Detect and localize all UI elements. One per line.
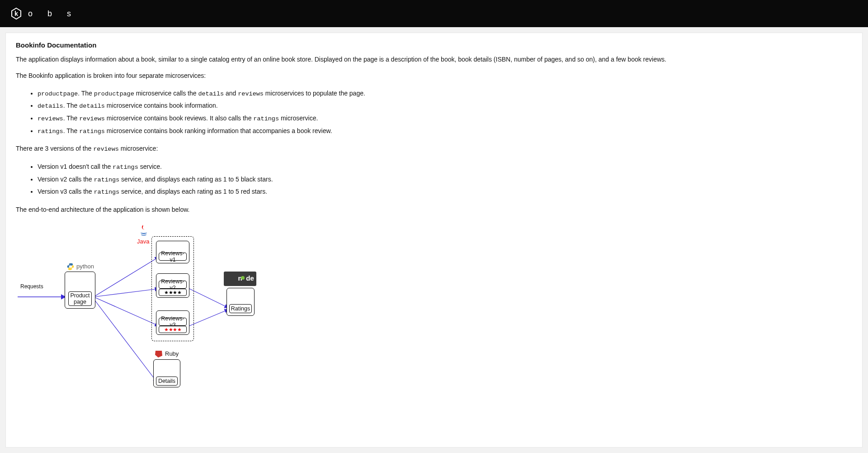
list-item: productpage. The productpage microservic… bbox=[38, 87, 852, 100]
details-box: Details bbox=[156, 377, 178, 386]
arch-line: The end-to-end architecture of the appli… bbox=[16, 205, 852, 215]
service-name: reviews bbox=[38, 115, 63, 122]
svg-text:de: de bbox=[246, 274, 254, 282]
architecture-diagram: Requests python Product page Java Review… bbox=[16, 221, 852, 402]
brand[interactable]: k o b s bbox=[10, 7, 77, 20]
python-icon bbox=[66, 262, 75, 272]
svg-marker-13 bbox=[155, 351, 162, 358]
list-item: ratings. The ratings microservice contai… bbox=[38, 125, 852, 138]
document-panel: Bookinfo Documentation The application d… bbox=[5, 33, 863, 448]
svg-line-8 bbox=[189, 310, 228, 326]
stars-red: ★★★★ bbox=[159, 326, 187, 333]
node-icon: nde bbox=[224, 272, 256, 287]
requests-label: Requests bbox=[20, 283, 43, 290]
python-label: python bbox=[76, 263, 94, 270]
reviews-v2-box: Reviews-v2 bbox=[159, 281, 187, 289]
page-title: Bookinfo Documentation bbox=[16, 41, 852, 49]
reviews-v1-box: Reviews-v1 bbox=[159, 253, 187, 261]
ruby-label: Ruby bbox=[165, 350, 179, 357]
list-item: details. The details microservice contai… bbox=[38, 100, 852, 112]
list-item: reviews. The reviews microservice contai… bbox=[38, 112, 852, 125]
svg-line-6 bbox=[94, 299, 157, 382]
list-item: Version v2 calls the ratings service, an… bbox=[38, 173, 852, 186]
svg-line-3 bbox=[94, 257, 159, 297]
java-label: Java bbox=[137, 238, 149, 245]
svg-line-4 bbox=[94, 289, 159, 297]
services-list: productpage. The productpage microservic… bbox=[16, 87, 852, 138]
list-item: Version v3 calls the ratings service, an… bbox=[38, 186, 852, 198]
svg-line-7 bbox=[189, 289, 228, 308]
broken-into-paragraph: The Bookinfo application is broken into … bbox=[16, 71, 852, 81]
service-name: ratings bbox=[38, 128, 63, 135]
list-item: Version v1 doesn't call the ratings serv… bbox=[38, 161, 852, 173]
service-name: productpage bbox=[38, 91, 78, 97]
svg-point-11 bbox=[241, 276, 245, 280]
java-icon bbox=[139, 224, 149, 238]
svg-line-5 bbox=[94, 297, 159, 326]
productpage-box: Product page bbox=[68, 291, 92, 306]
ruby-icon bbox=[154, 349, 163, 360]
stars-black: ★★★★ bbox=[159, 289, 187, 296]
ratings-box: Ratings bbox=[229, 304, 252, 313]
intro-paragraph: The application displays information abo… bbox=[16, 54, 852, 64]
reviews-v3-box: Reviews-v3 bbox=[159, 318, 187, 326]
brand-logo-icon: k bbox=[10, 7, 23, 20]
brand-letters: o b s bbox=[28, 9, 77, 19]
versions-intro: There are 3 versions of the reviews micr… bbox=[16, 143, 852, 154]
versions-list: Version v1 doesn't call the ratings serv… bbox=[16, 161, 852, 198]
topbar: k o b s bbox=[0, 0, 868, 27]
svg-text:k: k bbox=[14, 10, 18, 17]
service-name: details bbox=[38, 103, 63, 110]
